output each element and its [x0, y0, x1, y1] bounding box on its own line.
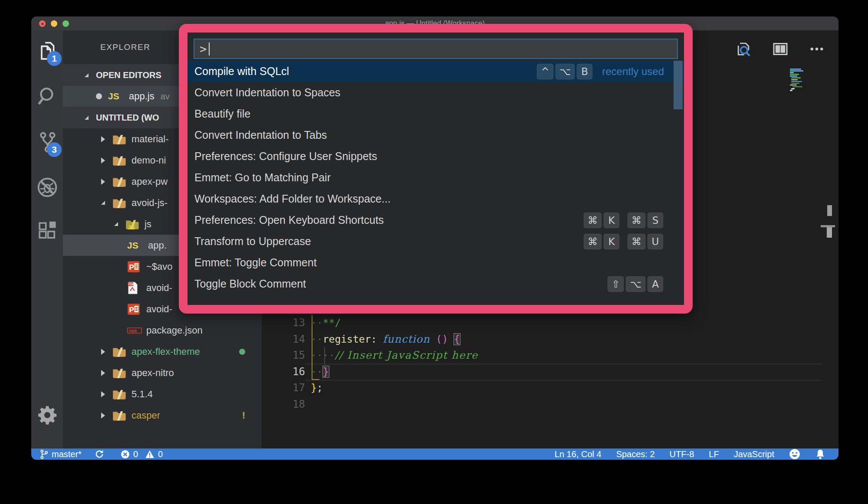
settings-gear-button[interactable] [31, 404, 63, 426]
palette-item-label: Emmet: Toggle Comment [194, 256, 317, 269]
palette-item-convert-indentation-to-tabs[interactable]: Convert Indentation to Tabs [187, 124, 684, 146]
folder-icon [112, 367, 128, 379]
tree-item-apex-nitro[interactable]: apex-nitro [63, 362, 262, 383]
twistie-collapsed-icon[interactable] [101, 157, 112, 164]
tree-item-label: apex-nitro [132, 367, 174, 379]
tree-item-label: ~$avo [146, 261, 173, 272]
encoding-setting[interactable]: UTF-8 [670, 449, 694, 459]
shortcut-key: S [648, 213, 663, 228]
minimize-window-icon[interactable] [51, 20, 57, 27]
scrollbar-mark[interactable] [827, 205, 832, 216]
shortcut-key: ^ [537, 64, 553, 79]
maximize-window-icon[interactable] [62, 20, 69, 27]
no-debug-icon [36, 176, 59, 199]
shortcut-key: B [577, 64, 592, 79]
palette-item-toggle-block-comment[interactable]: Toggle Block Comment⇧⌥A [187, 273, 684, 295]
minimap[interactable] [790, 69, 807, 92]
open-editor-path: av [161, 92, 170, 101]
minimap-line [791, 83, 799, 84]
minimap-line [790, 85, 797, 86]
language-mode[interactable]: JavaScript [734, 449, 774, 459]
palette-item-preferences-configure-user-snippets[interactable]: Preferences: Configure User Snippets [187, 146, 684, 167]
tree-item-apex-flex-theme[interactable]: apex-flex-theme [63, 341, 262, 362]
code-line-14[interactable]: 14··register: function () { [262, 331, 838, 348]
explorer-tab[interactable]: 1 [31, 40, 63, 62]
sync-button[interactable] [95, 449, 108, 459]
code-line-13[interactable]: 13··**/ [262, 315, 838, 331]
code-line-15[interactable]: 15····// Insert JavaScript here [262, 347, 838, 364]
palette-item-workspaces-add-folder-to-workspace-[interactable]: Workspaces: Add Folder to Workspace... [187, 188, 684, 209]
close-window-icon[interactable] [39, 20, 46, 27]
palette-item-compile-with-sqlcl[interactable]: Compile with SQLcl^⌥Brecently used [187, 61, 684, 82]
twistie-collapsed-icon[interactable] [101, 391, 112, 397]
palette-item-label: Compile with SQLcl [194, 65, 289, 78]
cursor-position[interactable]: Ln 16, Col 4 [555, 449, 602, 459]
palette-item-label: Workspaces: Add Folder to Workspace... [194, 193, 391, 205]
palette-item-convert-indentation-to-spaces[interactable]: Convert Indentation to Spaces [187, 82, 684, 103]
npm-icon: npm [127, 327, 143, 334]
problems-indicator[interactable]: 0 0 [121, 449, 163, 459]
minimap-line [790, 75, 797, 77]
minimap-line [791, 88, 795, 89]
folder-icon [112, 389, 128, 400]
palette-item-transform-to-uppercase[interactable]: Transform to Uppercase⌘K⌘U [187, 231, 684, 252]
notifications-button[interactable] [815, 449, 825, 460]
extensions-icon [36, 219, 59, 242]
palette-item-emmet-toggle-comment[interactable]: Emmet: Toggle Comment [187, 252, 684, 273]
smiley-icon [789, 448, 800, 460]
twistie-collapsed-icon[interactable] [101, 349, 112, 355]
extensions-tab[interactable] [31, 219, 63, 242]
line-number: 13 [262, 315, 305, 331]
twistie-expanded-icon[interactable] [101, 201, 112, 205]
command-input[interactable]: > [194, 39, 678, 59]
open-changes-icon[interactable] [734, 40, 753, 58]
palette-item-label: Toggle Block Comment [194, 278, 306, 290]
eol-setting[interactable]: LF [709, 449, 719, 459]
open-files-badge: 1 [47, 51, 62, 66]
indentation-setting[interactable]: Spaces: 2 [616, 449, 655, 459]
status-right: Ln 16, Col 4 Spaces: 2 UTF-8 LF JavaScri… [540, 448, 825, 460]
palette-item-preferences-open-keyboard-shortcuts[interactable]: Preferences: Open Keyboard Shortcuts⌘K⌘S [187, 209, 684, 231]
twistie-collapsed-icon[interactable] [101, 179, 112, 185]
search-tab[interactable] [31, 85, 63, 108]
twistie-expanded-icon[interactable] [114, 222, 125, 226]
tree-item-casper[interactable]: casper! [63, 405, 262, 426]
code-token: function [383, 333, 430, 345]
shortcut-key-group: ⇧⌥A [605, 276, 663, 292]
feedback-button[interactable] [789, 448, 800, 460]
minimap-line [790, 69, 801, 70]
debug-tab[interactable] [31, 176, 63, 199]
twistie-collapsed-icon[interactable] [101, 136, 112, 142]
twistie-collapsed-icon[interactable] [101, 370, 112, 376]
more-actions-icon[interactable] [808, 40, 825, 58]
minimap-line [790, 90, 792, 91]
tree-item-5.1.4[interactable]: 5.1.4 [63, 383, 262, 405]
search-icon [36, 85, 59, 108]
palette-scrollbar[interactable] [674, 61, 683, 109]
palette-item-label: Convert Indentation to Spaces [194, 86, 340, 99]
source-control-tab[interactable]: 3 [31, 131, 63, 154]
scrollbar-mark[interactable] [827, 227, 832, 238]
palette-item-label: Convert Indentation to Tabs [194, 129, 327, 141]
tree-item-package.json[interactable]: npmpackage.json [63, 320, 262, 341]
shortcut-key: K [604, 213, 619, 228]
tree-item-label: apex-flex-theme [132, 346, 200, 357]
palette-item-beautify-file[interactable]: Beautify file [187, 103, 684, 124]
code-token: **/ [323, 317, 341, 328]
code-view: 13··**/14··register: function () {15····… [262, 315, 838, 412]
line-number: 18 [262, 396, 305, 413]
git-branch-indicator[interactable]: master* [40, 449, 82, 459]
code-line-18[interactable]: 18 [262, 396, 838, 413]
palette-item-emmet-go-to-matching-pair[interactable]: Emmet: Go to Matching Pair [187, 167, 684, 188]
tree-item-label: avoid-js- [132, 197, 168, 209]
svg-text:npm: npm [129, 329, 137, 334]
twistie-collapsed-icon[interactable] [101, 412, 112, 419]
folder-icon [112, 346, 128, 357]
shortcut-key: U [648, 234, 663, 249]
minimap-line [790, 72, 794, 73]
code-line-16[interactable]: 16··} [262, 364, 838, 380]
collapse-twistie-icon [85, 116, 96, 120]
current-line-border [305, 364, 822, 364]
split-editor-icon[interactable] [772, 40, 789, 58]
code-line-17[interactable]: 17}; [262, 380, 838, 396]
